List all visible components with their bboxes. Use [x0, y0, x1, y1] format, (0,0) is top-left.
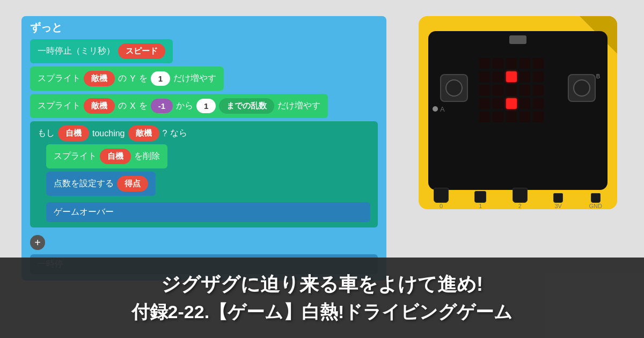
sprite-y-text3: Y [130, 74, 136, 84]
microbit-area: A B [419, 16, 623, 215]
minus1-pill: -1 [151, 99, 173, 113]
led-4-2 [506, 112, 517, 122]
led-0-1 [493, 58, 503, 69]
if-text3: ? [163, 129, 167, 138]
loop-label: ずっと [30, 20, 378, 35]
add-block-button[interactable]: + [30, 235, 45, 250]
led-3-4 [533, 98, 544, 109]
sprite-x-block: スプライト 敵機 の X を -1 から 1 までの乱数 だけ増やす [30, 94, 328, 118]
if-text4: なら [170, 128, 187, 139]
if-container: もし 自機 touching 敵機 ? なら スプライト 自機 を削除 [30, 121, 378, 227]
button-b[interactable] [568, 74, 596, 102]
pin-2-label: 2 [518, 203, 522, 209]
speed-pill: スピード [118, 43, 165, 59]
led-0-0 [479, 58, 490, 69]
button-b-inner [573, 79, 590, 97]
score-row: 点数を設定する 得点 [46, 172, 370, 199]
led-2-3 [519, 85, 530, 95]
button-a-inner [445, 79, 463, 97]
sprite-x-text7: だけ増やす [277, 100, 320, 112]
code-area: ずっと 一時停止（ミリ秒） スピード スプライト 敵機 の Y を [21, 11, 397, 281]
led-4-1 [493, 112, 503, 122]
pin-3v: 3V [553, 193, 563, 209]
sprite-y-text1: スプライト [38, 73, 80, 84]
led-2-0 [479, 85, 490, 95]
delete-text1: スプライト [54, 151, 97, 162]
one-pill-y: 1 [151, 71, 170, 86]
sprite-x-row: スプライト 敵機 の X を -1 から 1 までの乱数 だけ増やす [30, 94, 378, 118]
sprite-x-text5: から [176, 100, 193, 112]
plus-row: + [30, 231, 378, 250]
led-3-2 [506, 98, 517, 109]
sprite-x-text4: を [139, 100, 148, 112]
gameover-block: ゲームオーバー [46, 202, 370, 222]
pin-gnd: GND [589, 193, 602, 209]
sprite-y-text4: を [139, 73, 148, 84]
pin-gnd-connector [591, 193, 601, 203]
pin-gnd-label: GND [589, 203, 602, 209]
led-0-2 [506, 58, 517, 69]
led-2-2 [506, 85, 517, 95]
random-pill: までの乱数 [219, 98, 274, 114]
led-2-1 [493, 85, 503, 95]
enemy-pill-x: 敵機 [84, 98, 115, 114]
sprite-x-text2: の [118, 100, 127, 112]
gameover-label: ゲームオーバー [54, 207, 114, 216]
sprite-x-text1: スプライト [38, 100, 80, 112]
button-a-label: A [440, 105, 445, 113]
pin-3v-label: 3V [554, 203, 561, 209]
pin-1-label: 1 [479, 203, 482, 209]
led-1-4 [533, 71, 544, 82]
led-2-4 [533, 85, 544, 95]
if-row: もし 自機 touching 敵機 ? なら [38, 126, 370, 141]
microbit-wrapper: A B [419, 16, 617, 209]
sprite-y-row: スプライト 敵機 の Y を 1 だけ増やす [30, 67, 378, 91]
score-pill: 得点 [117, 176, 148, 192]
button-b-label: B [596, 73, 600, 79]
sprite-y-text5: だけ増やす [173, 73, 216, 84]
led-0-3 [519, 58, 530, 69]
led-1-2 [506, 71, 517, 82]
sprite-x-text3: X [130, 101, 136, 111]
page-container: ずっと 一時停止（ミリ秒） スピード スプライト 敵機 の Y を [0, 0, 644, 338]
led-3-0 [479, 98, 490, 109]
banner-line1: ジグザグに迫り来る車をよけて進め! [161, 271, 483, 298]
pause-block: 一時停止（ミリ秒） スピード [30, 39, 173, 63]
led-3-1 [493, 98, 503, 109]
microbit-body: A B [428, 31, 608, 190]
if-text1: もし [38, 128, 55, 139]
sensor-dot-left [433, 106, 438, 112]
pin-2: 2 [513, 188, 528, 209]
delete-row: スプライト 自機 を削除 [46, 144, 370, 168]
self-pill-if: 自機 [58, 126, 89, 141]
sprite-y-block: スプライト 敵機 の Y を 1 だけ増やす [30, 67, 224, 91]
banner-line2: 付録2-22.【ゲーム】白熱!ドライビングゲーム [131, 300, 513, 325]
pin-1: 1 [474, 191, 486, 209]
enemy-pill-if: 敵機 [128, 126, 159, 141]
led-4-3 [519, 112, 530, 122]
led-3-3 [519, 98, 530, 109]
led-4-0 [479, 112, 490, 122]
pin-2-connector [513, 188, 528, 203]
led-1-1 [493, 71, 503, 82]
pin-0: 0 [434, 188, 449, 209]
score-block: 点数を設定する 得点 [46, 172, 156, 196]
usb-port [509, 35, 526, 44]
pin-0-label: 0 [440, 203, 443, 209]
led-0-4 [533, 58, 544, 69]
sprite-y-text2: の [118, 73, 127, 84]
loop-block: ずっと 一時停止（ミリ秒） スピード スプライト 敵機 の Y を [21, 16, 386, 281]
self-pill-delete: 自機 [100, 149, 131, 164]
button-a[interactable] [440, 74, 468, 102]
score-text1: 点数を設定する [54, 178, 114, 189]
if-text2: touching [92, 129, 125, 138]
pin-1-connector [474, 191, 486, 203]
led-grid [479, 58, 544, 122]
pins-area: 0 1 2 3V GND [428, 188, 608, 209]
pin-0-connector [434, 188, 449, 203]
enemy-pill-y: 敵機 [84, 71, 115, 86]
delete-text2: を削除 [134, 151, 160, 162]
gameover-row: ゲームオーバー [46, 202, 370, 222]
bottom-banner: ジグザグに迫り来る車をよけて進め! 付録2-22.【ゲーム】白熱!ドライビングゲ… [0, 258, 644, 338]
delete-block: スプライト 自機 を削除 [46, 144, 167, 168]
